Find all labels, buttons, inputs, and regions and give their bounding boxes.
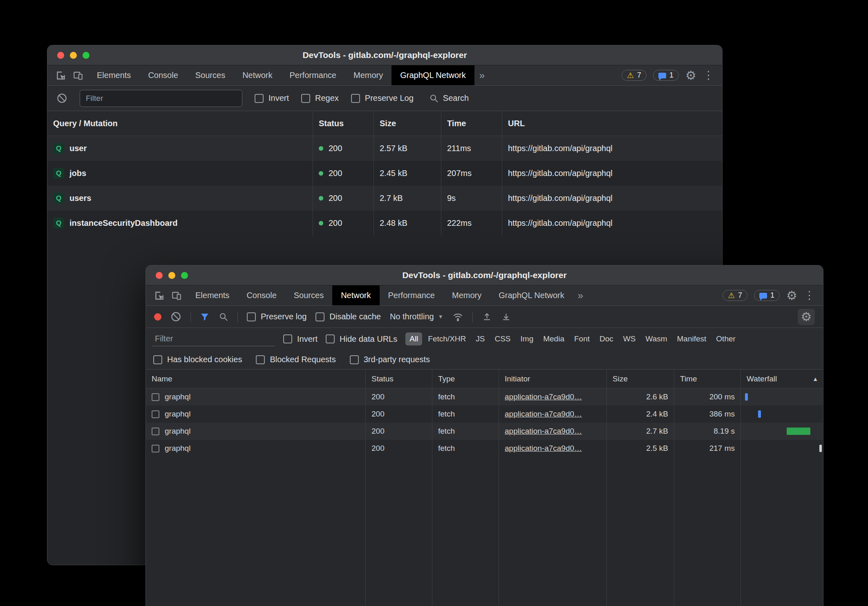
network-conditions-icon[interactable] [452,311,463,322]
device-toolbar-icon[interactable] [73,70,83,81]
filter-type-all[interactable]: All [405,332,422,345]
col-waterfall[interactable]: Waterfall ▲ [741,370,823,388]
filter-type-doc[interactable]: Doc [595,332,617,345]
invert-checkbox-group[interactable]: Invert [283,334,318,344]
table-row[interactable]: Q users 200 2.7 kB 9s https://gitlab.com… [47,186,722,211]
filter-type-fetch-xhr[interactable]: Fetch/XHR [424,332,470,345]
tab-performance[interactable]: Performance [281,65,345,85]
close-button[interactable] [156,272,163,279]
tab-network[interactable]: Network [234,65,281,85]
initiator-link[interactable]: application-a7ca9d0… [505,444,582,453]
search-button[interactable]: Search [429,94,469,103]
titlebar[interactable]: DevTools - gitlab.com/-/graphql-explorer [146,265,823,285]
row-checkbox[interactable] [152,445,159,452]
regex-checkbox-group[interactable]: Regex [301,94,339,103]
search-icon[interactable] [219,312,228,322]
col-time[interactable]: Time [674,370,741,388]
col-time[interactable]: Time [441,111,502,136]
issues-badge[interactable]: 1 [653,70,679,81]
clear-icon[interactable] [56,93,67,104]
export-har-icon[interactable] [501,312,511,322]
tab-memory[interactable]: Memory [345,65,391,85]
col-name[interactable]: Name [146,370,366,388]
filter-type-img[interactable]: Img [517,332,538,345]
tab-elements[interactable]: Elements [187,285,238,305]
initiator-link[interactable]: application-a7ca9d0… [505,427,582,436]
tab-sources[interactable]: Sources [187,65,234,85]
filter-type-manifest[interactable]: Manifest [673,332,711,345]
col-status[interactable]: Status [366,370,432,388]
table-row[interactable]: Q user 200 2.57 kB 211ms https://gitlab.… [47,136,722,161]
col-type[interactable]: Type [432,370,499,388]
col-url[interactable]: URL [502,111,723,136]
clear-icon[interactable] [170,311,181,322]
warnings-badge[interactable]: ⚠ 7 [622,70,647,81]
more-menu-icon[interactable]: ⋮ [703,70,714,81]
table-row[interactable]: Q instanceSecurityDashboard 200 2.48 kB … [47,211,722,236]
filter-type-font[interactable]: Font [570,332,594,345]
tab-sources[interactable]: Sources [285,285,332,305]
has-blocked-cookies-group[interactable]: Has blocked cookies [153,355,242,364]
tab-console[interactable]: Console [238,285,285,305]
filter-funnel-icon[interactable] [200,312,210,322]
import-har-icon[interactable] [482,312,492,322]
preserve-log-checkbox-group[interactable]: Preserve Log [351,94,414,103]
more-tabs-icon[interactable]: » [474,65,490,85]
hide-data-urls-checkbox[interactable] [326,334,335,343]
disable-cache-checkbox-group[interactable]: Disable cache [315,312,381,321]
row-checkbox[interactable] [152,410,159,418]
inspect-icon[interactable] [154,290,165,301]
device-toolbar-icon[interactable] [171,290,182,301]
invert-checkbox[interactable] [283,334,292,343]
tab-performance[interactable]: Performance [380,285,444,305]
hide-data-urls-checkbox-group[interactable]: Hide data URLs [326,334,397,344]
network-row[interactable]: graphql 200 fetch application-a7ca9d0… 2… [146,440,823,457]
tab-network[interactable]: Network [332,285,379,305]
inspect-icon[interactable] [56,70,66,81]
more-tabs-icon[interactable]: » [573,285,588,305]
network-row[interactable]: graphql 200 fetch application-a7ca9d0… 2… [146,423,823,440]
blocked-requests-checkbox[interactable] [256,355,265,364]
filter-input[interactable] [80,90,242,107]
initiator-link[interactable]: application-a7ca9d0… [505,410,582,419]
network-settings-button[interactable]: ⚙ [798,309,815,325]
record-icon[interactable] [154,313,161,321]
filter-type-media[interactable]: Media [539,332,568,345]
filter-type-css[interactable]: CSS [490,332,515,345]
preserve-log-checkbox[interactable] [247,312,256,321]
invert-checkbox[interactable] [255,94,264,103]
filter-type-js[interactable]: JS [472,332,489,345]
network-filter-input[interactable] [152,332,275,346]
tab-graphql-network[interactable]: GraphQL Network [490,285,573,305]
third-party-requests-checkbox[interactable] [350,355,359,364]
tab-console[interactable]: Console [139,65,186,85]
has-blocked-cookies-checkbox[interactable] [153,355,162,364]
filter-type-other[interactable]: Other [712,332,740,345]
preserve-log-checkbox[interactable] [351,94,360,103]
settings-gear-icon[interactable]: ⚙ [786,290,797,302]
settings-gear-icon[interactable]: ⚙ [685,69,696,82]
row-checkbox[interactable] [152,428,159,435]
tab-memory[interactable]: Memory [443,285,490,305]
col-size[interactable]: Size [374,111,441,136]
zoom-button[interactable] [83,52,89,59]
more-menu-icon[interactable]: ⋮ [804,290,815,301]
col-size[interactable]: Size [607,370,674,388]
close-button[interactable] [57,52,64,59]
table-row[interactable]: Q jobs 200 2.45 kB 207ms https://gitlab.… [47,161,722,186]
throttling-select[interactable]: No throttling ▼ [390,312,443,321]
network-row[interactable]: graphql 200 fetch application-a7ca9d0… 2… [146,405,823,423]
titlebar[interactable]: DevTools - gitlab.com/-/graphql-explorer [47,45,722,65]
filter-type-ws[interactable]: WS [619,332,640,345]
invert-checkbox-group[interactable]: Invert [255,94,289,103]
col-status[interactable]: Status [313,111,374,136]
preserve-log-checkbox-group[interactable]: Preserve log [247,312,306,321]
minimize-button[interactable] [168,272,175,279]
initiator-link[interactable]: application-a7ca9d0… [505,392,582,401]
warnings-badge[interactable]: ⚠ 7 [723,290,747,301]
network-row[interactable]: graphql 200 fetch application-a7ca9d0… 2… [146,388,823,405]
minimize-button[interactable] [70,52,77,59]
row-checkbox[interactable] [152,393,159,401]
zoom-button[interactable] [181,272,188,279]
filter-type-wasm[interactable]: Wasm [641,332,671,345]
